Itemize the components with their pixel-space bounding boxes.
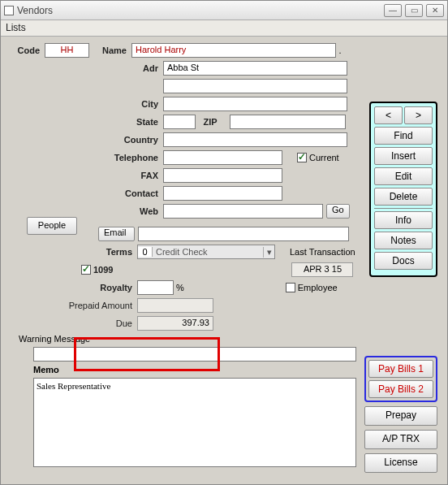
label-city: City (9, 99, 163, 109)
people-button[interactable]: People (27, 217, 77, 235)
web-field[interactable] (163, 204, 323, 219)
go-button[interactable]: Go (326, 204, 350, 219)
label-warning: Warning Message (19, 334, 90, 344)
country-field[interactable] (163, 132, 347, 147)
insert-button[interactable]: Insert (374, 147, 433, 165)
label-country: Country (9, 135, 163, 145)
minimize-button[interactable]: — (384, 4, 402, 17)
maximize-button[interactable]: ▭ (405, 4, 423, 17)
label-memo: Memo (33, 365, 59, 375)
city-field[interactable] (163, 97, 347, 111)
adr1-field[interactable]: Abba St (163, 61, 347, 76)
name-ellipsis[interactable]: . (336, 45, 344, 55)
label-employee: Employee (298, 283, 338, 292)
chevron-down-icon: ▾ (263, 247, 274, 258)
label-royalty: Royalty (9, 283, 137, 292)
titlebar: Vendors — ▭ ✕ (1, 1, 447, 20)
label-adr: Adr (9, 63, 163, 73)
label-lasttx: Last Transaction (290, 247, 355, 257)
label-contact: Contact (9, 188, 163, 198)
window-title: Vendors (17, 5, 53, 16)
email-button[interactable]: Email (98, 227, 135, 241)
prepay-button[interactable]: Prepay (364, 406, 437, 426)
title-checkbox[interactable] (4, 6, 14, 15)
label-due: Due (9, 318, 137, 328)
current-checkbox[interactable] (297, 153, 307, 162)
label-percent: % (176, 283, 184, 292)
prepaid-field (137, 298, 213, 313)
label-name: Name (89, 45, 131, 55)
due-field: 397.93 (137, 316, 213, 331)
ten99-checkbox[interactable] (81, 265, 91, 275)
fax-field[interactable] (163, 168, 282, 183)
docs-button[interactable]: Docs (374, 252, 433, 270)
nav-panel: < > Find Insert Edit Delete Info Notes D… (369, 102, 437, 277)
label-1099: 1099 (93, 265, 113, 275)
terms-text: Credit Check (153, 247, 263, 257)
paybills1-button[interactable]: Pay Bills 1 (368, 360, 433, 378)
label-fax: FAX (9, 171, 163, 180)
action-panel: Pay Bills 1 Pay Bills 2 Prepay A/P TRX L… (364, 356, 437, 473)
warning-field[interactable] (33, 347, 356, 362)
edit-button[interactable]: Edit (374, 167, 433, 185)
royalty-field[interactable] (137, 280, 174, 295)
label-current: Current (309, 153, 339, 162)
paybills2-button[interactable]: Pay Bills 2 (368, 380, 433, 398)
name-field[interactable]: Harold Harry (131, 43, 336, 58)
label-state: State (9, 117, 163, 127)
menubar: Lists (1, 20, 447, 37)
terms-num: 0 (138, 247, 153, 257)
email-field[interactable] (138, 227, 349, 241)
lasttx-field: APR 3 15 (291, 262, 353, 277)
find-button[interactable]: Find (374, 127, 433, 145)
license-button[interactable]: License (364, 453, 437, 473)
label-web: Web (9, 206, 163, 216)
memo-field[interactable] (33, 378, 356, 467)
next-button[interactable]: > (404, 106, 433, 124)
contact-field[interactable] (163, 186, 282, 201)
label-zip: ZIP (196, 117, 230, 127)
prev-button[interactable]: < (374, 106, 403, 124)
code-field[interactable]: HH (45, 43, 89, 58)
employee-checkbox[interactable] (286, 283, 295, 292)
terms-dropdown[interactable]: 0 Credit Check ▾ (137, 245, 275, 259)
menu-lists[interactable]: Lists (6, 22, 26, 33)
label-terms: Terms (9, 247, 137, 257)
paybills-group: Pay Bills 1 Pay Bills 2 (364, 356, 437, 402)
label-prepaid: Prepaid Amount (9, 301, 137, 310)
label-code: Code (9, 45, 45, 55)
adr2-field[interactable] (163, 79, 347, 93)
state-field[interactable] (163, 115, 196, 129)
delete-button[interactable]: Delete (374, 188, 433, 206)
close-button[interactable]: ✕ (426, 4, 444, 17)
label-telephone: Telephone (9, 153, 163, 162)
zip-field[interactable] (230, 115, 346, 129)
notes-button[interactable]: Notes (374, 232, 433, 249)
telephone-field[interactable] (163, 150, 282, 165)
aptrx-button[interactable]: A/P TRX (364, 430, 437, 449)
info-button[interactable]: Info (374, 211, 433, 229)
